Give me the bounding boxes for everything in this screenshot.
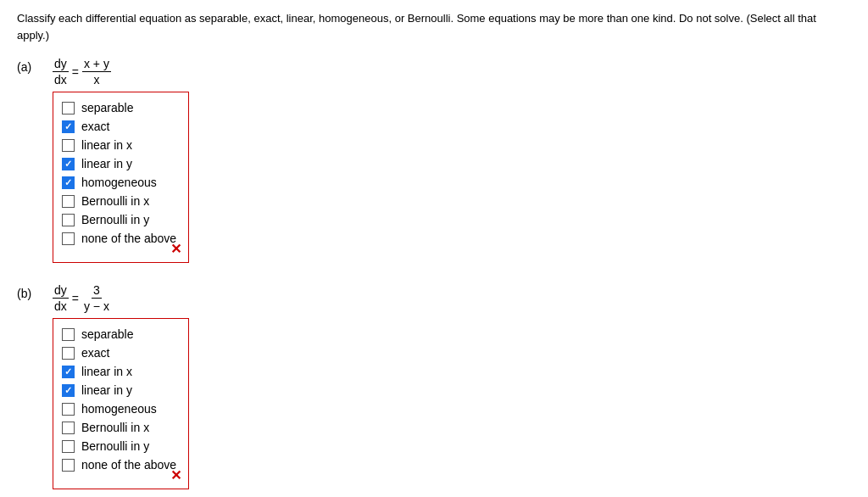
checkbox-unchecked[interactable] [62, 232, 75, 245]
problem-label-b: (b) [17, 283, 42, 300]
checkbox-item-a-6[interactable]: Bernoulli in y [62, 213, 176, 226]
problem-a: (a)dydx=x + yxseparableexactlinear in xl… [17, 57, 851, 263]
checkbox-label-b-1: exact [81, 346, 109, 360]
checkbox-checked[interactable] [62, 158, 75, 170]
x-mark: ✕ [170, 467, 181, 483]
equals-sign: = [72, 65, 79, 79]
checkbox-item-a-0[interactable]: separable [62, 101, 176, 114]
equation-b: dydx=3y − xseparableexactlinear in xline… [53, 283, 189, 489]
checkbox-label-a-4: homogeneous [81, 176, 157, 189]
checkbox-unchecked[interactable] [62, 139, 75, 152]
checkbox-checked[interactable] [62, 366, 75, 378]
checkbox-label-b-0: separable [81, 327, 134, 341]
checkbox-item-b-2[interactable]: linear in x [62, 365, 176, 378]
equals-sign: = [72, 292, 79, 305]
checkbox-label-b-2: linear in x [81, 365, 132, 378]
checkbox-item-b-1[interactable]: exact [62, 346, 176, 360]
checkbox-unchecked[interactable] [62, 102, 75, 114]
dydx-fraction: dydx [53, 57, 69, 87]
checkbox-item-a-1[interactable]: exact [62, 120, 176, 133]
checkbox-checked[interactable] [62, 120, 75, 133]
rhs-denominator: x [92, 72, 101, 87]
checkbox-label-a-5: Bernoulli in x [81, 194, 149, 208]
checkbox-item-a-2[interactable]: linear in x [62, 138, 176, 152]
checkbox-item-a-7[interactable]: none of the above [62, 232, 176, 245]
checkbox-label-b-4: homogeneous [81, 402, 157, 416]
checkbox-label-b-3: linear in y [81, 383, 132, 397]
checkbox-item-b-5[interactable]: Bernoulli in x [62, 421, 176, 434]
checkbox-unchecked[interactable] [62, 459, 75, 472]
checkbox-label-a-0: separable [81, 101, 134, 114]
rhs-fraction: x + yx [82, 57, 111, 87]
checkbox-item-b-7[interactable]: none of the above [62, 458, 176, 472]
checkbox-group-b: separableexactlinear in xlinear in yhomo… [53, 318, 189, 489]
checkbox-item-b-0[interactable]: separable [62, 327, 176, 341]
checkbox-unchecked[interactable] [62, 195, 75, 208]
checkbox-label-a-7: none of the above [81, 232, 176, 245]
problem-label-a: (a) [17, 57, 42, 74]
checkbox-unchecked[interactable] [62, 214, 75, 226]
checkbox-item-b-6[interactable]: Bernoulli in y [62, 439, 176, 453]
checkbox-unchecked[interactable] [62, 440, 75, 453]
checkbox-item-a-3[interactable]: linear in y [62, 157, 176, 170]
checkbox-item-b-4[interactable]: homogeneous [62, 402, 176, 416]
checkbox-label-a-1: exact [81, 120, 109, 133]
rhs-numerator: 3 [92, 283, 102, 299]
checkbox-label-a-6: Bernoulli in y [81, 213, 149, 226]
checkbox-item-a-5[interactable]: Bernoulli in x [62, 194, 176, 208]
x-mark: ✕ [170, 241, 181, 257]
checkbox-unchecked[interactable] [62, 328, 75, 341]
checkbox-checked[interactable] [62, 176, 75, 189]
checkbox-label-b-7: none of the above [81, 458, 176, 472]
checkbox-unchecked[interactable] [62, 403, 75, 416]
checkbox-item-a-4[interactable]: homogeneous [62, 176, 176, 189]
checkbox-label-b-5: Bernoulli in x [81, 421, 149, 434]
problem-b: (b)dydx=3y − xseparableexactlinear in xl… [17, 283, 851, 489]
checkbox-checked[interactable] [62, 384, 75, 397]
checkbox-label-a-3: linear in y [81, 157, 132, 170]
rhs-fraction: 3y − x [82, 283, 111, 313]
checkbox-item-b-3[interactable]: linear in y [62, 383, 176, 397]
checkbox-unchecked[interactable] [62, 422, 75, 434]
checkbox-label-b-6: Bernoulli in y [81, 439, 149, 453]
rhs-denominator: y − x [82, 299, 111, 313]
checkbox-label-a-2: linear in x [81, 138, 132, 152]
rhs-numerator: x + y [82, 57, 111, 72]
equation-a: dydx=x + yxseparableexactlinear in xline… [53, 57, 189, 263]
checkbox-group-a: separableexactlinear in xlinear in yhomo… [53, 92, 189, 263]
checkbox-unchecked[interactable] [62, 347, 75, 360]
instruction-text: Classify each differential equation as s… [17, 10, 851, 43]
dydx-fraction: dydx [53, 283, 69, 313]
